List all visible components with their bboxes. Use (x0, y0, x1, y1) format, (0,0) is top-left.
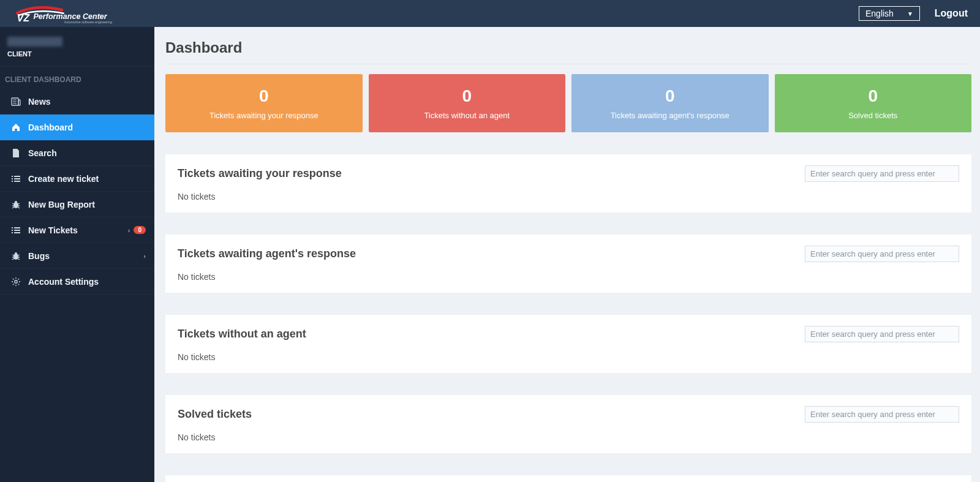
home-icon (9, 122, 23, 132)
svg-line-32 (18, 258, 20, 260)
panel-bugs-pending: Bugs pending to be attended No bug repor… (165, 475, 971, 482)
sidebar-item-bugs[interactable]: Bugs › (0, 243, 154, 269)
file-icon (9, 148, 23, 158)
svg-rect-7 (14, 176, 20, 177)
svg-point-33 (15, 252, 17, 255)
svg-rect-22 (12, 230, 13, 231)
stat-label: Tickets awaiting your response (172, 111, 356, 120)
list-icon (9, 174, 23, 184)
svg-line-31 (12, 258, 14, 260)
svg-rect-8 (12, 178, 13, 179)
logout-link[interactable]: Logout (935, 8, 968, 19)
sidebar-item-new-tickets[interactable]: New Tickets › 0 (0, 217, 154, 243)
panel-awaiting-your-response: Tickets awaiting your response No ticket… (165, 154, 971, 213)
sidebar-item-account-settings[interactable]: Account Settings (0, 269, 154, 295)
stat-value: 0 (375, 86, 560, 106)
panel-empty-text: No tickets (178, 432, 959, 442)
panel-search-input[interactable] (805, 165, 959, 182)
top-bar: VZ Performance Center Automotive softwar… (0, 0, 980, 27)
stat-value: 0 (172, 86, 356, 106)
svg-line-27 (12, 255, 14, 255)
panel-without-agent: Tickets without an agent No tickets (165, 315, 971, 373)
svg-rect-9 (14, 178, 20, 179)
svg-line-17 (12, 207, 14, 208)
sidebar-item-create-ticket[interactable]: Create new ticket (0, 166, 154, 192)
sidebar-item-label: News (28, 97, 51, 107)
sidebar-item-label: Account Settings (28, 277, 99, 287)
svg-line-28 (18, 255, 20, 255)
stat-solved[interactable]: 0 Solved tickets (775, 74, 972, 132)
language-selector[interactable]: English ▼ (859, 6, 920, 21)
bug-icon (9, 251, 23, 261)
svg-line-13 (12, 203, 14, 204)
svg-rect-24 (12, 232, 13, 233)
sidebar-item-bug-report[interactable]: New Bug Report (0, 192, 154, 217)
stat-cards-row: 0 Tickets awaiting your response 0 Ticke… (165, 74, 971, 132)
client-name-redacted (7, 37, 62, 47)
stat-value: 0 (781, 86, 966, 106)
stat-awaiting-agent-response[interactable]: 0 Tickets awaiting agent's response (571, 74, 769, 132)
bug-icon (9, 200, 23, 209)
svg-line-18 (18, 207, 20, 208)
gear-icon (9, 277, 23, 287)
svg-rect-10 (12, 181, 13, 182)
sidebar-item-news[interactable]: News (0, 89, 154, 115)
sidebar: CLIENT CLIENT DASHBOARD News Dashboard S… (0, 27, 154, 482)
chevron-right-icon: › (128, 227, 130, 234)
client-role-label: CLIENT (7, 50, 147, 58)
language-label: English (865, 9, 894, 18)
newspaper-icon (9, 97, 23, 107)
panel-title: Solved tickets (178, 408, 252, 421)
sidebar-client-block: CLIENT (0, 27, 154, 61)
panel-search-input[interactable] (805, 246, 959, 262)
sidebar-item-label: New Bug Report (28, 200, 95, 209)
stat-without-agent[interactable]: 0 Tickets without an agent (369, 74, 566, 132)
sidebar-item-label: Bugs (28, 251, 50, 261)
svg-rect-25 (14, 232, 20, 233)
svg-point-19 (15, 201, 17, 203)
svg-rect-23 (14, 230, 20, 231)
stat-awaiting-your-response[interactable]: 0 Tickets awaiting your response (165, 74, 363, 132)
panel-empty-text: No tickets (178, 352, 959, 362)
panel-title: Tickets awaiting agent's response (178, 247, 356, 260)
stat-label: Tickets awaiting agent's response (578, 111, 763, 120)
panel-awaiting-agent-response: Tickets awaiting agent's response No tic… (165, 235, 971, 293)
brand-logo[interactable]: VZ Performance Center Automotive softwar… (12, 2, 147, 24)
caret-down-icon: ▼ (907, 10, 913, 17)
main-content: Dashboard 0 Tickets awaiting your respon… (154, 27, 980, 482)
stat-label: Solved tickets (781, 111, 966, 120)
sidebar-item-dashboard[interactable]: Dashboard (0, 115, 154, 140)
sidebar-item-label: Search (28, 148, 57, 158)
svg-rect-21 (14, 227, 20, 228)
svg-rect-20 (12, 227, 13, 228)
panel-solved: Solved tickets No tickets (165, 395, 971, 453)
svg-point-34 (15, 280, 17, 282)
sidebar-section-title: CLIENT DASHBOARD (0, 66, 154, 89)
svg-line-14 (18, 203, 20, 204)
svg-text:VZ: VZ (17, 12, 30, 23)
panel-empty-text: No tickets (178, 192, 959, 201)
sidebar-item-label: Create new ticket (28, 174, 99, 184)
panel-title: Tickets awaiting your response (178, 167, 342, 180)
stat-label: Tickets without an agent (375, 111, 560, 120)
sidebar-item-search[interactable]: Search (0, 140, 154, 166)
list-icon (9, 225, 23, 235)
svg-rect-11 (14, 181, 20, 182)
page-title: Dashboard (165, 34, 971, 64)
sidebar-item-label: Dashboard (28, 122, 73, 132)
stat-value: 0 (578, 86, 763, 106)
panel-search-input[interactable] (805, 326, 959, 342)
svg-rect-2 (18, 100, 20, 105)
logo-sub-text: Automotive software engineering (64, 20, 112, 24)
new-tickets-badge: 0 (134, 226, 146, 234)
logo-main-text: Performance Center (33, 12, 107, 21)
sidebar-item-label: New Tickets (28, 225, 78, 235)
panel-search-input[interactable] (805, 406, 959, 423)
svg-rect-6 (12, 176, 13, 177)
panel-title: Tickets without an agent (178, 328, 306, 341)
panel-empty-text: No tickets (178, 272, 959, 282)
chevron-right-icon: › (143, 252, 146, 260)
